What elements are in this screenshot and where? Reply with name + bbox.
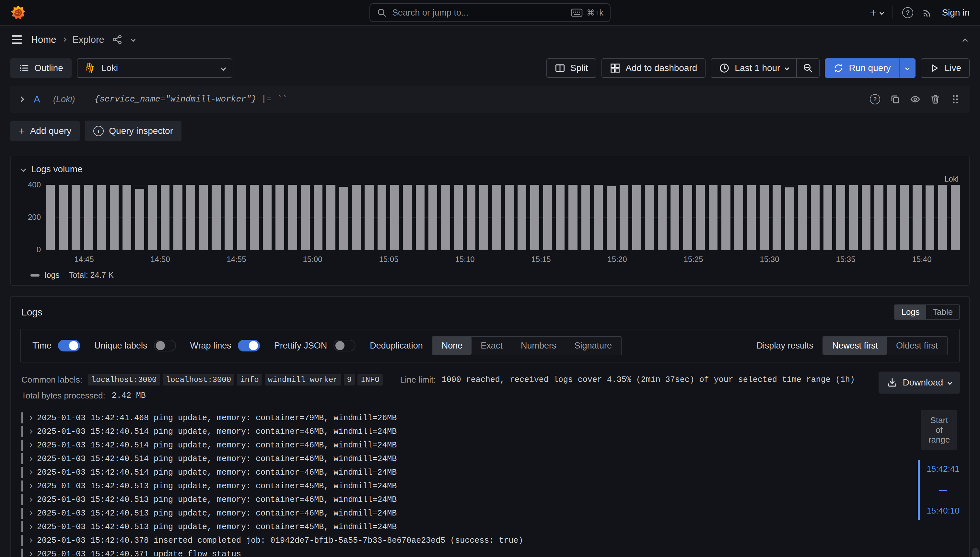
time-range-button[interactable]: Last 1 hour bbox=[711, 59, 797, 78]
dedup-option-numbers[interactable]: Numbers bbox=[512, 337, 566, 355]
volume-bar bbox=[377, 185, 386, 250]
run-query-dropdown[interactable] bbox=[899, 59, 915, 78]
add-to-dashboard-button[interactable]: Add to dashboard bbox=[601, 59, 705, 78]
menu-toggle-icon[interactable] bbox=[10, 34, 23, 45]
help-icon[interactable]: ? bbox=[902, 7, 913, 18]
log-row[interactable]: 2025-01-03 15:42:40.378 inserted complet… bbox=[21, 534, 872, 547]
log-line-text: 2025-01-03 15:42:40.513 ping update, mem… bbox=[37, 482, 397, 491]
display-results-label: Display results bbox=[756, 341, 813, 351]
order-option-oldest-first[interactable]: Oldest first bbox=[887, 337, 947, 355]
new-menu-button[interactable]: + bbox=[870, 7, 884, 19]
toggle-switch[interactable] bbox=[58, 340, 80, 352]
range-times: 15:42:41 — 15:40:10 bbox=[925, 460, 961, 520]
dedup-option-exact[interactable]: Exact bbox=[471, 337, 512, 355]
chevron-down-icon[interactable] bbox=[131, 37, 135, 42]
grafana-logo[interactable] bbox=[10, 5, 26, 20]
query-help-icon[interactable]: ? bbox=[870, 94, 880, 104]
download-button[interactable]: Download bbox=[879, 371, 960, 394]
log-row[interactable]: 2025-01-03 15:42:41.468 ping update, mem… bbox=[21, 411, 872, 425]
collapse-chevron-up-icon[interactable] bbox=[960, 31, 970, 48]
volume-bar bbox=[887, 185, 896, 250]
common-label-badge: localhost:3000 bbox=[88, 374, 160, 386]
volume-bar bbox=[824, 185, 832, 250]
expand-log-chevron-icon[interactable] bbox=[28, 552, 33, 556]
volume-bar bbox=[110, 185, 119, 250]
hide-query-eye-icon[interactable] bbox=[910, 94, 920, 104]
log-row[interactable]: 2025-01-03 15:42:40.514 ping update, mem… bbox=[21, 425, 872, 438]
log-row[interactable]: 2025-01-03 15:42:40.514 ping update, mem… bbox=[21, 438, 872, 452]
dedup-option-signature[interactable]: Signature bbox=[565, 337, 621, 355]
split-button[interactable]: Split bbox=[546, 59, 596, 78]
expand-log-chevron-icon[interactable] bbox=[28, 524, 33, 529]
zoom-out-time-button[interactable] bbox=[797, 59, 819, 78]
breadcrumb-current[interactable]: Explore bbox=[72, 34, 104, 45]
expand-log-chevron-icon[interactable] bbox=[28, 443, 33, 448]
breadcrumb-row: Home Explore bbox=[0, 26, 980, 53]
log-row[interactable]: 2025-01-03 15:42:40.513 ping update, mem… bbox=[21, 493, 872, 507]
volume-bar bbox=[339, 187, 348, 250]
page-scrollbar-thumb[interactable] bbox=[972, 548, 979, 557]
run-query-button[interactable]: Run query bbox=[825, 59, 899, 78]
log-row[interactable]: 2025-01-03 15:42:40.514 ping update, mem… bbox=[21, 452, 872, 466]
expand-log-chevron-icon[interactable] bbox=[28, 497, 33, 502]
toggle-switch[interactable] bbox=[154, 340, 176, 352]
volume-bar bbox=[747, 185, 756, 250]
add-query-button[interactable]: + Add query bbox=[10, 121, 80, 142]
dedup-label: Deduplication bbox=[370, 341, 423, 351]
expand-log-chevron-icon[interactable] bbox=[28, 538, 33, 543]
log-row[interactable]: 2025-01-03 15:42:40.513 ping update, mem… bbox=[21, 507, 872, 520]
common-label-badge: localhost:3000 bbox=[163, 374, 235, 386]
expand-log-chevron-icon[interactable] bbox=[28, 456, 33, 461]
log-row[interactable]: 2025-01-03 15:42:40.513 ping update, mem… bbox=[21, 520, 872, 534]
query-editor-row: A (Loki) {service_name="windmill-worker"… bbox=[10, 86, 970, 113]
log-row[interactable]: 2025-01-03 15:42:40.513 ping update, mem… bbox=[21, 479, 872, 493]
log-row[interactable]: 2025-01-03 15:42:40.514 ping update, mem… bbox=[21, 466, 872, 479]
log-range-indicator: 15:42:41 — 15:40:10 bbox=[918, 460, 961, 520]
volume-bar bbox=[492, 185, 501, 250]
range-indicator-bar bbox=[918, 460, 920, 520]
outline-button[interactable]: Outline bbox=[10, 59, 72, 78]
run-query-group: Run query bbox=[825, 59, 915, 78]
toggle-switch[interactable] bbox=[333, 340, 356, 352]
x-tick-label: 15:20 bbox=[607, 255, 627, 264]
view-option-logs[interactable]: Logs bbox=[895, 305, 926, 319]
datasource-picker[interactable]: Loki bbox=[77, 59, 232, 78]
live-button[interactable]: Live bbox=[921, 59, 970, 78]
query-expression[interactable]: {service_name="windmill-worker"} |= `` bbox=[94, 94, 287, 104]
toggle-switch[interactable] bbox=[238, 340, 260, 352]
order-option-newest-first[interactable]: Newest first bbox=[823, 337, 887, 355]
info-icon: i bbox=[93, 126, 104, 136]
keyboard-icon bbox=[571, 8, 583, 17]
drag-handle-icon[interactable] bbox=[950, 94, 960, 104]
expand-log-chevron-icon[interactable] bbox=[28, 470, 33, 475]
volume-bar bbox=[403, 185, 411, 250]
clock-icon bbox=[719, 63, 730, 73]
expand-log-chevron-icon[interactable] bbox=[28, 429, 33, 434]
search-box[interactable]: Search or jump to... ⌘+k bbox=[369, 3, 611, 22]
copy-query-icon[interactable] bbox=[890, 94, 900, 104]
dedup-option-none[interactable]: None bbox=[432, 337, 472, 355]
view-option-table[interactable]: Table bbox=[926, 305, 959, 319]
dashboard-grid-icon bbox=[610, 63, 620, 73]
query-inspector-button[interactable]: i Query inspector bbox=[85, 121, 182, 142]
log-line-text: 2025-01-03 15:42:40.514 ping update, mem… bbox=[37, 441, 397, 450]
volume-bar bbox=[556, 185, 564, 250]
log-level-bar bbox=[21, 426, 23, 437]
breadcrumb-home[interactable]: Home bbox=[31, 34, 56, 45]
expand-log-chevron-icon[interactable] bbox=[28, 415, 33, 420]
toggle-unique-labels: Unique labels bbox=[94, 340, 176, 352]
split-icon bbox=[555, 63, 565, 73]
expand-log-chevron-icon[interactable] bbox=[28, 511, 33, 516]
volume-bar bbox=[874, 185, 883, 250]
sign-in-link[interactable]: Sign in bbox=[942, 7, 970, 18]
log-row[interactable]: 2025-01-03 15:42:40.371 update flow stat… bbox=[21, 547, 872, 557]
legend-series-name[interactable]: logs bbox=[45, 270, 60, 280]
share-icon[interactable] bbox=[112, 34, 122, 45]
volume-bar bbox=[530, 185, 539, 250]
expand-log-chevron-icon[interactable] bbox=[28, 484, 33, 488]
news-rss-icon[interactable] bbox=[922, 7, 933, 18]
delete-query-trash-icon[interactable] bbox=[930, 94, 941, 104]
expand-query-chevron-icon[interactable] bbox=[19, 97, 24, 102]
query-ref-id[interactable]: A bbox=[34, 94, 40, 105]
collapse-section-chevron-icon[interactable] bbox=[21, 167, 26, 172]
